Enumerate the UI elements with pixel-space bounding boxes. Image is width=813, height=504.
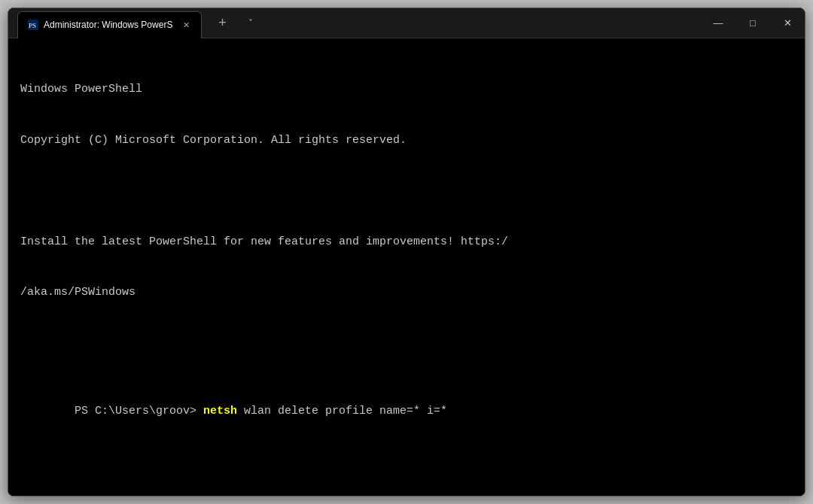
terminal-line-6 — [20, 335, 793, 353]
tab-close-button[interactable]: ✕ — [180, 19, 192, 31]
terminal-line-5: /aka.ms/PSWindows — [20, 284, 793, 302]
tab-dropdown-button[interactable]: ˅ — [239, 12, 262, 35]
tab-title: Administrator: Windows PowerS — [44, 20, 172, 30]
terminal-body[interactable]: Windows PowerShell Copyright (C) Microso… — [8, 38, 805, 496]
titlebar-left: PS Administrator: Windows PowerS ✕ + ˅ — [17, 10, 701, 37]
terminal-command-line: PS C:\Users\groov> netsh wlan delete pro… — [20, 386, 793, 437]
window-controls: — □ ✕ — [701, 8, 805, 38]
terminal-output: Windows PowerShell Copyright (C) Microso… — [20, 47, 793, 471]
close-button[interactable]: ✕ — [770, 8, 805, 38]
terminal-line-1: Windows PowerShell — [20, 81, 793, 99]
maximize-button[interactable]: □ — [735, 8, 770, 38]
active-tab[interactable]: PS Administrator: Windows PowerS ✕ — [17, 11, 202, 38]
titlebar: PS Administrator: Windows PowerS ✕ + ˅ —… — [8, 8, 805, 38]
terminal-line-3 — [20, 183, 793, 200]
svg-text:PS: PS — [29, 22, 36, 29]
new-tab-button[interactable]: + — [211, 12, 233, 35]
terminal-line-2: Copyright (C) Microsoft Corporation. All… — [20, 132, 793, 150]
ps-command: netsh — [203, 405, 237, 417]
powershell-icon: PS — [27, 19, 39, 31]
minimize-button[interactable]: — — [701, 8, 735, 38]
ps-prompt: PS C:\Users\groov> — [75, 405, 203, 417]
terminal-line-4: Install the latest PowerShell for new fe… — [20, 234, 793, 251]
ps-args: wlan delete profile name=* i=* — [237, 405, 447, 417]
powershell-window: PS Administrator: Windows PowerS ✕ + ˅ —… — [8, 8, 805, 496]
